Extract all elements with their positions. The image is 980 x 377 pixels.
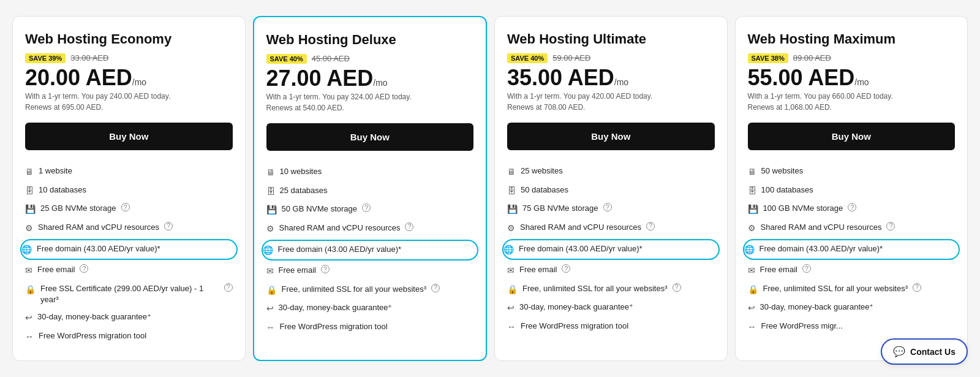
tooltip-economy-2[interactable]: ? [121, 203, 130, 211]
tooltip-ultimate-2[interactable]: ? [603, 203, 612, 211]
tooltip-deluxe-2[interactable]: ? [362, 204, 371, 212]
feature-icon-maximum-0: 🖥 [748, 166, 756, 178]
tooltip-maximum-3[interactable]: ? [886, 222, 895, 230]
feature-icon-deluxe-5: ✉ [266, 265, 274, 278]
feature-icon-maximum-8: ↔ [748, 321, 756, 333]
feature-icon-economy-7: ↩ [25, 312, 32, 324]
price-row-economy: SAVE 39%33.00 AED [25, 53, 233, 63]
feature-item-ultimate-3: ⚙Shared RAM and vCPU resources? [507, 219, 715, 238]
current-price-ultimate: 35.00 AED/mo [507, 66, 715, 90]
save-badge-deluxe: SAVE 40% [266, 54, 307, 64]
feature-text-maximum-5: Free email [760, 264, 797, 275]
feature-icon-economy-2: 💾 [25, 204, 36, 216]
tooltip-economy-3[interactable]: ? [164, 222, 173, 230]
feature-icon-maximum-1: 🗄 [748, 185, 756, 197]
plan-card-maximum: Web Hosting MaximumSAVE 38%89.00 AED55.0… [735, 16, 968, 362]
plan-card-economy: Web Hosting EconomySAVE 39%33.00 AED20.0… [12, 16, 246, 362]
feature-icon-ultimate-7: ↩ [507, 302, 514, 314]
feature-icon-economy-0: 🖥 [25, 166, 34, 178]
feature-item-ultimate-0: 🖥25 websites [507, 162, 715, 181]
tooltip-maximum-2[interactable]: ? [848, 203, 856, 211]
buy-button-economy[interactable]: Buy Now [25, 123, 233, 150]
feature-text-deluxe-3: Shared RAM and vCPU resources [279, 223, 401, 234]
feature-item-maximum-0: 🖥50 websites [748, 162, 956, 181]
term-info-ultimate: With a 1-yr term. You pay 420.00 AED tod… [507, 91, 715, 113]
tooltip-maximum-6[interactable]: ? [913, 283, 921, 292]
feature-item-economy-8: ↔Free WordPress migration tool [25, 327, 233, 346]
feature-text-deluxe-7: 30-day, money-back guarantee⁺ [279, 302, 393, 313]
save-badge-maximum: SAVE 38% [748, 53, 788, 63]
tooltip-deluxe-3[interactable]: ? [405, 223, 413, 231]
feature-item-maximum-4: 🌐Free domain (43.00 AED/yr value)* [743, 239, 960, 261]
plan-title-ultimate: Web Hosting Ultimate [507, 31, 715, 47]
feature-item-deluxe-4: 🌐Free domain (43.00 AED/yr value)* [262, 240, 479, 261]
buy-button-maximum[interactable]: Buy Now [748, 123, 956, 150]
feature-item-ultimate-6: 🔒Free, unlimited SSL for all your websit… [507, 280, 715, 299]
feature-item-economy-2: 💾25 GB NVMe storage? [25, 200, 233, 219]
feature-text-maximum-1: 100 databases [761, 185, 813, 196]
feature-item-economy-7: ↩30-day, money-back guarantee⁺ [25, 308, 233, 327]
tooltip-deluxe-6[interactable]: ? [431, 284, 440, 292]
chat-icon: 💬 [893, 346, 905, 357]
save-badge-economy: SAVE 39% [25, 53, 66, 63]
term-info-deluxe: With a 1-yr term. You pay 324.00 AED tod… [266, 91, 474, 113]
feature-text-ultimate-6: Free, unlimited SSL for all your website… [522, 283, 668, 294]
feature-icon-deluxe-3: ⚙ [266, 223, 274, 235]
tooltip-ultimate-3[interactable]: ? [646, 222, 655, 230]
feature-icon-deluxe-2: 💾 [266, 204, 277, 216]
save-badge-ultimate: SAVE 40% [507, 53, 548, 63]
feature-item-economy-1: 🗄10 databases [25, 181, 233, 200]
feature-icon-maximum-2: 💾 [748, 204, 758, 216]
feature-item-maximum-6: 🔒Free, unlimited SSL for all your websit… [748, 280, 956, 299]
feature-item-ultimate-5: ✉Free email? [507, 261, 715, 280]
original-price-ultimate: 59.00 AED [552, 53, 590, 63]
feature-icon-deluxe-8: ↔ [266, 322, 275, 334]
feature-icon-economy-5: ✉ [25, 265, 32, 277]
tooltip-ultimate-6[interactable]: ? [673, 283, 681, 292]
feature-text-economy-5: Free email [37, 264, 75, 275]
price-row-deluxe: SAVE 40%45.00 AED [266, 54, 474, 64]
feature-icon-deluxe-7: ↩ [266, 303, 274, 315]
feature-text-ultimate-4: Free domain (43.00 AED/yr value)* [519, 243, 643, 254]
feature-icon-ultimate-1: 🗄 [507, 185, 516, 197]
feature-icon-deluxe-4: 🌐 [263, 245, 273, 257]
feature-text-ultimate-2: 75 GB NVMe storage [522, 203, 598, 214]
feature-item-ultimate-2: 💾75 GB NVMe storage? [507, 200, 715, 219]
feature-item-deluxe-8: ↔Free WordPress migration tool [266, 318, 474, 337]
term-info-maximum: With a 1-yr term. You pay 660.00 AED tod… [748, 91, 956, 113]
tooltip-economy-6[interactable]: ? [224, 283, 233, 292]
feature-text-ultimate-0: 25 websites [521, 166, 563, 177]
feature-item-maximum-5: ✉Free email? [748, 261, 956, 280]
tooltip-economy-5[interactable]: ? [80, 264, 88, 273]
original-price-deluxe: 45.00 AED [312, 54, 350, 63]
feature-text-maximum-0: 50 websites [761, 166, 804, 177]
price-row-ultimate: SAVE 40%59.00 AED [507, 53, 715, 63]
plan-card-ultimate: Web Hosting UltimateSAVE 40%59.00 AED35.… [494, 16, 728, 362]
feature-text-deluxe-6: Free, unlimited SSL for all your website… [282, 284, 427, 295]
feature-item-economy-4: 🌐Free domain (43.00 AED/yr value)* [20, 239, 238, 261]
feature-icon-ultimate-3: ⚙ [507, 223, 515, 235]
feature-icon-maximum-3: ⚙ [748, 223, 756, 235]
current-price-deluxe: 27.00 AED/mo [266, 66, 474, 91]
buy-button-deluxe[interactable]: Buy Now [266, 123, 474, 151]
current-price-maximum: 55.00 AED/mo [748, 66, 956, 90]
features-list-economy: 🖥1 website🗄10 databases💾25 GB NVMe stora… [25, 162, 233, 346]
feature-text-economy-7: 30-day, money-back guarantee⁺ [37, 311, 151, 322]
feature-item-economy-3: ⚙Shared RAM and vCPU resources? [25, 219, 233, 238]
feature-text-ultimate-5: Free email [519, 264, 557, 275]
feature-text-deluxe-4: Free domain (43.00 AED/yr value)* [278, 244, 402, 255]
term-info-economy: With a 1-yr term. You pay 240.00 AED tod… [25, 91, 233, 113]
feature-icon-maximum-6: 🔒 [748, 284, 758, 296]
feature-icon-economy-4: 🌐 [21, 244, 32, 256]
feature-text-economy-1: 10 databases [39, 185, 86, 196]
plan-title-economy: Web Hosting Economy [25, 31, 233, 47]
original-price-economy: 33.00 AED [70, 53, 108, 63]
feature-item-deluxe-5: ✉Free email? [266, 262, 474, 281]
tooltip-maximum-5[interactable]: ? [802, 264, 811, 273]
tooltip-deluxe-5[interactable]: ? [321, 265, 330, 273]
contact-us-button[interactable]: 💬 Contact Us [881, 338, 968, 365]
buy-button-ultimate[interactable]: Buy Now [507, 123, 715, 150]
features-list-deluxe: 🖥10 websites🗄25 databases💾50 GB NVMe sto… [266, 163, 474, 337]
tooltip-ultimate-5[interactable]: ? [562, 264, 570, 273]
feature-item-economy-6: 🔒Free SSL Certificate (299.00 AED/yr val… [25, 280, 233, 308]
